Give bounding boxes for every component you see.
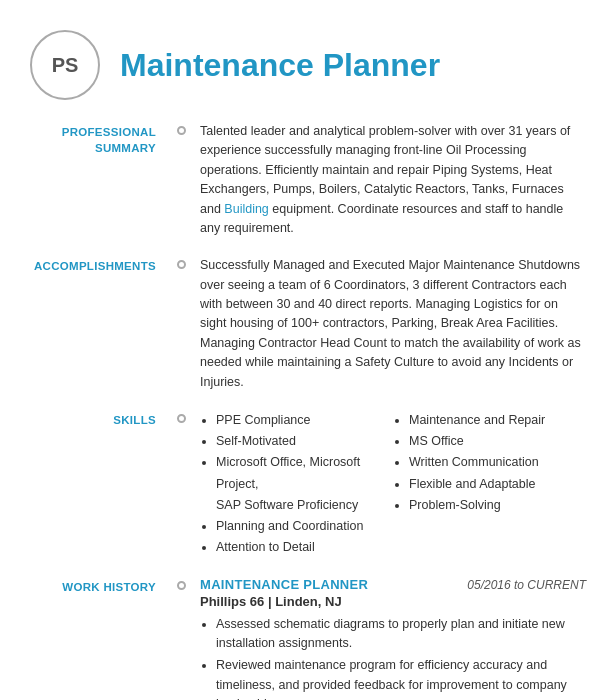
skills-col-2: Maintenance and Repair MS Office Written…	[393, 410, 586, 559]
work-history-label: Work History	[30, 579, 156, 595]
work-history-label-col: Work History	[30, 577, 170, 700]
skills-label-col: Skills	[30, 410, 170, 559]
accomplishments-section: Accomplishments Successfully Managed and…	[30, 256, 586, 392]
skills-label: Skills	[30, 412, 156, 428]
skills-section: Skills PPE Compliance Self-Motivated Mic…	[30, 410, 586, 559]
professional-summary-section: ProfessionalSummary Talented leader and …	[30, 122, 586, 238]
skill-item: Microsoft Office, Microsoft Project,SAP …	[216, 452, 393, 516]
skill-item: Flexible and Adaptable	[409, 474, 586, 495]
accomplishments-label-col: Accomplishments	[30, 256, 170, 392]
job-bullets-list: Assessed schematic diagrams to properly …	[200, 615, 586, 700]
skill-item: PPE Compliance	[216, 410, 393, 431]
accomplishments-dot-col	[170, 256, 192, 392]
summary-label: ProfessionalSummary	[30, 124, 156, 156]
skill-item: Self-Motivated	[216, 431, 393, 452]
page-title: Maintenance Planner	[120, 47, 440, 84]
job-dates: 05/2016 to CURRENT	[467, 578, 586, 592]
skills-list-2: Maintenance and Repair MS Office Written…	[393, 410, 586, 516]
job-entry: Maintenance Planner 05/2016 to CURRENT P…	[200, 577, 586, 700]
skills-col-1: PPE Compliance Self-Motivated Microsoft …	[200, 410, 393, 559]
job-company: Phillips 66 | Linden, NJ	[200, 594, 586, 609]
job-title-row: Maintenance Planner 05/2016 to CURRENT	[200, 577, 586, 592]
work-history-dot-col	[170, 577, 192, 700]
accomplishments-text: Successfully Managed and Executed Major …	[200, 256, 586, 392]
summary-text: Talented leader and analytical problem-s…	[200, 122, 586, 238]
skill-item: Maintenance and Repair	[409, 410, 586, 431]
avatar: PS	[30, 30, 100, 100]
skill-item: Attention to Detail	[216, 537, 393, 558]
accomplishments-content: Successfully Managed and Executed Major …	[192, 256, 586, 392]
skills-grid: PPE Compliance Self-Motivated Microsoft …	[200, 410, 586, 559]
skills-content: PPE Compliance Self-Motivated Microsoft …	[192, 410, 586, 559]
skill-item: MS Office	[409, 431, 586, 452]
skills-dot-col	[170, 410, 192, 559]
skill-item: Written Communication	[409, 452, 586, 473]
summary-dot-col	[170, 122, 192, 238]
accomplishments-label: Accomplishments	[30, 258, 156, 274]
building-link[interactable]: Building	[224, 202, 268, 216]
summary-label-col: ProfessionalSummary	[30, 122, 170, 238]
job-bullet: Assessed schematic diagrams to properly …	[216, 615, 586, 654]
skills-dot	[177, 414, 186, 423]
accomplishments-dot	[177, 260, 186, 269]
summary-dot	[177, 126, 186, 135]
header: PS Maintenance Planner	[30, 30, 586, 100]
resume-page: PS Maintenance Planner ProfessionalSumma…	[0, 0, 616, 700]
work-history-dot	[177, 581, 186, 590]
avatar-initials: PS	[52, 54, 79, 77]
work-history-content: Maintenance Planner 05/2016 to CURRENT P…	[192, 577, 586, 700]
summary-content: Talented leader and analytical problem-s…	[192, 122, 586, 238]
skill-item: Planning and Coordination	[216, 516, 393, 537]
skills-list-1: PPE Compliance Self-Motivated Microsoft …	[200, 410, 393, 559]
skill-item: Problem-Solving	[409, 495, 586, 516]
work-history-section: Work History Maintenance Planner 05/2016…	[30, 577, 586, 700]
job-bullet: Reviewed maintenance program for efficie…	[216, 656, 586, 700]
job-title: Maintenance Planner	[200, 577, 368, 592]
